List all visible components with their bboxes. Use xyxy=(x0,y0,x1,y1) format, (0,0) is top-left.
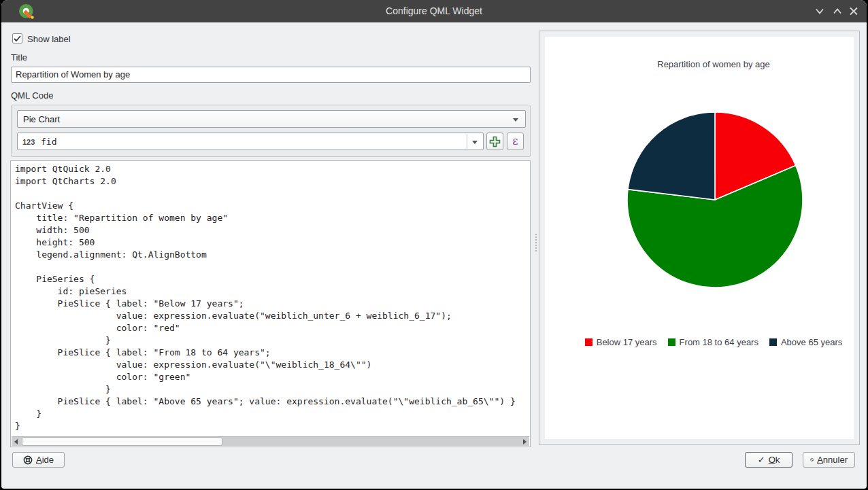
qml-code-editor[interactable]: import QtQuick 2.0 import QtCharts 2.0 C… xyxy=(10,160,531,447)
expression-field-value: fid xyxy=(41,137,56,147)
help-button-label: Aide xyxy=(36,455,54,465)
help-button[interactable]: Aide xyxy=(12,452,65,468)
scroll-right-icon[interactable] xyxy=(523,439,527,444)
window-title: Configure QML Widget xyxy=(1,5,867,16)
legend-label: From 18 to 64 years xyxy=(680,337,758,347)
window-shade-icon[interactable] xyxy=(815,7,824,16)
title-label: Title xyxy=(11,52,27,63)
legend-label: Below 17 years xyxy=(597,337,657,347)
plus-icon xyxy=(489,136,501,147)
chart-legend: Below 17 years From 18 to 64 years Above… xyxy=(545,337,854,347)
expression-builder-button[interactable]: ε xyxy=(507,133,524,150)
combo-separator xyxy=(467,134,467,149)
widget-type-value: Pie Chart xyxy=(23,114,60,124)
horizontal-scrollbar[interactable] xyxy=(12,436,529,446)
legend-marker xyxy=(769,338,777,346)
dialog-surface: Configure QML Widget Show label Title Re… xyxy=(1,0,867,489)
help-lifebuoy-icon xyxy=(23,455,33,465)
chart-canvas: Repartition of women by age Below 17 yea… xyxy=(545,37,854,439)
scrollbar-thumb[interactable] xyxy=(22,437,222,446)
qml-preview-panel: Repartition of women by age Below 17 yea… xyxy=(539,31,860,445)
legend-item: From 18 to 64 years xyxy=(668,337,758,347)
scroll-left-icon[interactable] xyxy=(14,439,18,444)
cancel-icon xyxy=(810,455,814,464)
check-icon: ✓ xyxy=(758,455,765,465)
checkmark-icon xyxy=(13,35,22,43)
dialog-window: Configure QML Widget Show label Title Re… xyxy=(0,0,868,490)
legend-item: Below 17 years xyxy=(585,337,657,347)
splitter-handle[interactable] xyxy=(534,232,538,249)
code-editor-text: import QtQuick 2.0 import QtCharts 2.0 C… xyxy=(15,163,516,432)
ok-button-label: Ok xyxy=(769,455,780,465)
show-label-checkbox[interactable] xyxy=(12,33,22,43)
chart-title: Repartition of women by age xyxy=(545,59,854,69)
window-maximize-icon[interactable] xyxy=(833,7,842,16)
legend-label: Above 65 years xyxy=(781,337,842,347)
cancel-button[interactable]: Annuler xyxy=(803,452,855,468)
cancel-button-label: Annuler xyxy=(817,455,848,465)
pie-chart xyxy=(626,111,804,289)
titlebar[interactable]: Configure QML Widget xyxy=(1,0,867,22)
pie-slice xyxy=(628,112,715,200)
widget-type-select[interactable]: Pie Chart xyxy=(17,110,526,128)
qml-code-label: QML Code xyxy=(11,90,53,101)
integer-field-icon: 123 xyxy=(22,138,35,146)
legend-marker xyxy=(585,338,592,346)
epsilon-icon: ε xyxy=(512,135,518,147)
qml-code-group: Pie Chart 123 fid ε xyxy=(11,105,531,157)
chevron-down-icon xyxy=(513,118,518,122)
ok-button[interactable]: ✓ Ok xyxy=(745,452,792,468)
add-expression-button[interactable] xyxy=(486,133,503,150)
legend-marker xyxy=(668,338,675,346)
chevron-down-icon xyxy=(472,141,478,144)
window-close-icon[interactable] xyxy=(849,7,858,16)
expression-field-select[interactable]: 123 fid xyxy=(17,133,484,150)
title-input[interactable]: Repartition of Women by age xyxy=(11,67,531,83)
show-label-text: Show label xyxy=(27,34,71,44)
legend-item: Above 65 years xyxy=(769,337,842,347)
